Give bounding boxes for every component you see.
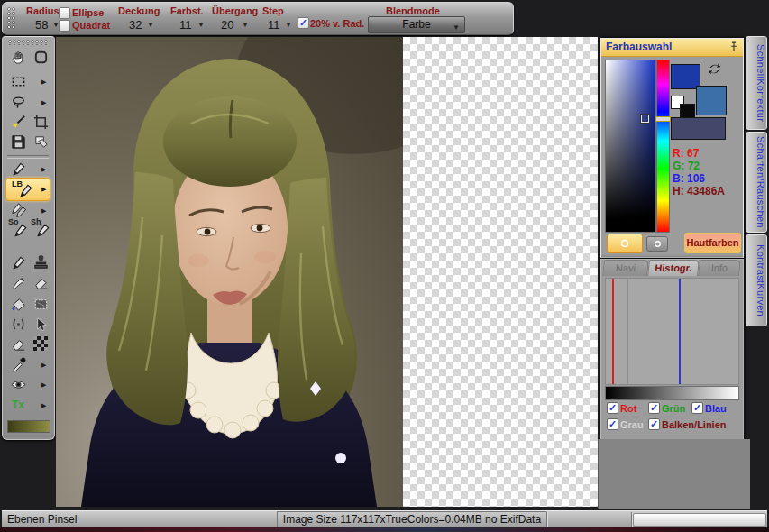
tab-navi[interactable]: Navi bbox=[602, 260, 649, 276]
sample-point-button-active[interactable] bbox=[607, 234, 643, 253]
bucket-icon bbox=[10, 296, 27, 313]
rect-select-tool[interactable] bbox=[8, 72, 28, 90]
hex-value: H: 43486A bbox=[673, 185, 725, 197]
uebergang-dropdown-icon[interactable]: ▼ bbox=[242, 21, 249, 29]
smudge-tool[interactable] bbox=[8, 273, 28, 291]
swap-colors-icon[interactable] bbox=[707, 61, 722, 77]
portrait-photo[interactable] bbox=[56, 37, 403, 507]
current-color-swatch[interactable] bbox=[671, 117, 726, 140]
left-pupil bbox=[205, 229, 211, 235]
lasso-flyout-icon[interactable]: ▶ bbox=[41, 99, 46, 106]
lasso-select-tool[interactable] bbox=[8, 93, 28, 111]
paint-brush-tool[interactable] bbox=[8, 253, 28, 271]
balken-checkbox[interactable]: ✓ bbox=[648, 418, 660, 430]
eye-icon bbox=[10, 376, 27, 393]
deckung-dropdown-icon[interactable]: ▼ bbox=[147, 21, 154, 29]
text-tool[interactable]: Tx bbox=[8, 396, 28, 414]
rect-select-flyout-icon[interactable]: ▶ bbox=[41, 78, 46, 86]
texture-tool[interactable] bbox=[31, 335, 50, 353]
soften-brush-tool[interactable]: So bbox=[8, 219, 28, 237]
ellipse-checkbox[interactable] bbox=[59, 7, 70, 19]
brush-tool[interactable] bbox=[8, 160, 28, 178]
sharpen-brush-icon bbox=[34, 222, 51, 239]
blau-checkbox[interactable]: ✓ bbox=[691, 402, 703, 414]
pan-tool[interactable] bbox=[8, 48, 28, 66]
hue-marker[interactable] bbox=[655, 116, 671, 122]
pattern-fill-tool[interactable] bbox=[31, 295, 50, 313]
foreground-color-bar[interactable] bbox=[7, 420, 50, 433]
radius-value[interactable]: 58 bbox=[35, 18, 48, 32]
eraser-tool[interactable] bbox=[31, 273, 50, 291]
rotate-tool[interactable] bbox=[8, 315, 28, 333]
multi-brush-tool[interactable] bbox=[8, 201, 28, 219]
paste-tool[interactable] bbox=[31, 133, 50, 151]
pin-icon[interactable] bbox=[728, 41, 740, 53]
toolbar-grip[interactable] bbox=[7, 7, 15, 29]
rot-checkbox[interactable]: ✓ bbox=[607, 402, 618, 414]
transparent-canvas-area[interactable] bbox=[403, 37, 598, 507]
histogram-red-line bbox=[612, 279, 614, 384]
fill-bucket-tool[interactable] bbox=[8, 295, 28, 313]
status-image-info: Image Size 117x117xTrueColors=0.04MB no … bbox=[277, 511, 547, 528]
blau-label: Blau bbox=[705, 403, 727, 414]
clone-stamp-tool[interactable] bbox=[31, 253, 50, 271]
crop-tool[interactable] bbox=[31, 113, 50, 131]
eyedropper-tool[interactable] bbox=[8, 355, 28, 373]
step-dropdown-icon[interactable]: ▼ bbox=[285, 21, 292, 29]
uebergang-value[interactable]: 20 bbox=[221, 18, 233, 32]
status-divider bbox=[546, 512, 547, 527]
gruen-checkbox[interactable]: ✓ bbox=[648, 402, 660, 414]
tab-info[interactable]: Info bbox=[698, 260, 741, 276]
redeye-tool[interactable] bbox=[8, 375, 28, 393]
left-cheek bbox=[188, 254, 209, 267]
sv-marker[interactable] bbox=[641, 115, 649, 123]
save-tool[interactable] bbox=[8, 133, 28, 151]
brush-flyout-icon[interactable]: ▶ bbox=[41, 166, 46, 173]
step-value[interactable]: 11 bbox=[268, 18, 280, 32]
window-bottom-edge bbox=[0, 527, 769, 532]
tab-histogramm[interactable]: Histogr. bbox=[647, 260, 700, 276]
balken-label: Balken/Linien bbox=[662, 419, 727, 430]
farbst-dropdown-icon[interactable]: ▼ bbox=[197, 21, 205, 29]
dress-white-spot bbox=[335, 453, 346, 463]
farbst-value[interactable]: 11 bbox=[179, 18, 192, 32]
background-color-swatch[interactable] bbox=[696, 86, 727, 115]
checker-pattern-icon bbox=[33, 336, 48, 351]
multi-brush-flyout-icon[interactable]: ▶ bbox=[41, 207, 46, 215]
layer-brush-flyout-icon[interactable]: ▶ bbox=[41, 186, 46, 193]
tab-schnellkorrektur[interactable]: SchnellKorrektur bbox=[746, 36, 767, 130]
skin-colors-button[interactable]: Hautfarben bbox=[684, 233, 741, 253]
radius-pct-checkbox[interactable]: ✓ bbox=[298, 17, 309, 29]
redeye-flyout-icon[interactable]: ▶ bbox=[41, 381, 46, 389]
sharpen-brush-tool[interactable]: Sh bbox=[31, 219, 50, 237]
quadrat-checkbox[interactable] bbox=[59, 20, 70, 32]
color-panel-header[interactable]: Farbauswahl bbox=[601, 39, 743, 57]
frame-select-tool[interactable] bbox=[31, 48, 50, 66]
select-cursor-tool[interactable] bbox=[31, 315, 50, 333]
pattern-rect-icon bbox=[32, 296, 50, 313]
tab-schaerfen-rauschen[interactable]: Schärfen/Rauschen bbox=[746, 132, 767, 233]
deckung-value[interactable]: 32 bbox=[129, 18, 142, 32]
text-tool-label: Tx bbox=[12, 399, 24, 411]
red-value: R: 67 bbox=[673, 147, 699, 160]
blendmode-label: Blendmode bbox=[386, 5, 440, 16]
grau-checkbox[interactable]: ✓ bbox=[607, 418, 618, 430]
eyedropper-flyout-icon[interactable]: ▶ bbox=[41, 362, 46, 369]
tab-kontrastkurven[interactable]: KontrastKurven bbox=[746, 234, 767, 326]
magic-wand-tool[interactable] bbox=[8, 113, 28, 131]
palette-grip[interactable] bbox=[8, 40, 48, 45]
rot-label: Rot bbox=[620, 403, 636, 414]
text-flyout-icon[interactable]: ▶ bbox=[41, 402, 46, 409]
sample-area-icon bbox=[653, 239, 663, 249]
right-pupil bbox=[257, 225, 263, 232]
saturation-value-box[interactable] bbox=[605, 60, 656, 233]
tool-palette: ▶ ▶ ▶ LB ▶ ▶ So Sh bbox=[2, 36, 55, 440]
crop-icon bbox=[32, 114, 50, 131]
eraser2-icon bbox=[10, 335, 27, 353]
green-value: G: 72 bbox=[673, 160, 700, 172]
blue-value: B: 106 bbox=[673, 172, 705, 185]
wipe-eraser-tool[interactable] bbox=[8, 335, 28, 353]
sample-area-button[interactable] bbox=[646, 236, 668, 252]
hue-strip[interactable] bbox=[656, 60, 670, 233]
blendmode-select[interactable]: Farbe ▼ bbox=[368, 16, 465, 33]
